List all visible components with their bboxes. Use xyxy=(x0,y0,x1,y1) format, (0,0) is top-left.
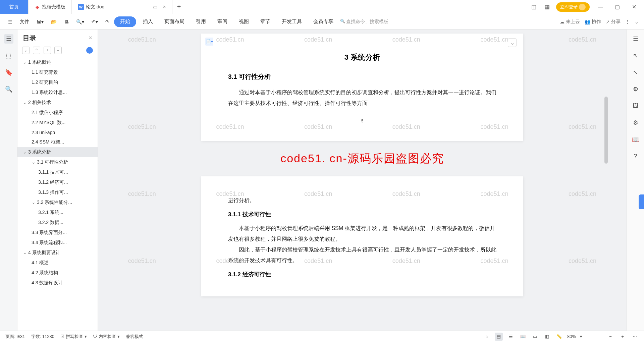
minimize-button[interactable]: — xyxy=(594,2,606,12)
print-icon[interactable]: 🖶 xyxy=(61,16,71,27)
outline-item[interactable]: 4.3 数据库设计 xyxy=(17,278,98,288)
outline-item[interactable]: 1.2 研究目的 xyxy=(17,77,98,88)
collapse-all-icon[interactable]: ⌄ xyxy=(22,47,30,54)
new-tab-button[interactable]: + xyxy=(172,3,186,11)
outline-item[interactable]: 3.4 系统流程和... xyxy=(17,238,98,248)
page-view-icon[interactable]: ▤ xyxy=(495,333,503,341)
coop-button[interactable]: 👥协作 xyxy=(585,19,601,25)
contentcheck-button[interactable]: 🛡内容检查▾ xyxy=(93,334,120,340)
add-icon[interactable]: + xyxy=(44,47,51,54)
outline-item[interactable]: 3.1.1 技术可... xyxy=(17,167,98,177)
help-icon[interactable]: ? xyxy=(631,152,640,161)
file-menu[interactable]: 文件 xyxy=(17,16,32,27)
login-button[interactable]: 立即登录 xyxy=(556,2,590,12)
outline-item[interactable]: 2.3 uni-app xyxy=(17,128,98,137)
open-icon[interactable]: 📂 xyxy=(48,16,59,27)
gear-icon[interactable]: ⚙ xyxy=(631,118,640,127)
outline-item[interactable]: 3.2.1 系统... xyxy=(17,208,98,218)
outline-item[interactable]: ⌄4 系统概要设计 xyxy=(17,248,98,258)
side-tab-handle[interactable] xyxy=(639,194,644,209)
focus-mode-icon[interactable]: ☼ xyxy=(483,333,491,341)
outline-item[interactable]: 4.1 概述 xyxy=(17,258,98,268)
zoom-level[interactable]: 80% xyxy=(567,334,576,339)
compat-mode[interactable]: 兼容模式 xyxy=(126,334,143,340)
collapse-ribbon-icon[interactable]: ⌄ xyxy=(635,19,639,24)
vertical-scrollbar[interactable] xyxy=(604,63,608,278)
tab-document[interactable]: W 论文.doc ▭ × xyxy=(72,0,172,14)
web-view-icon[interactable]: ▭ xyxy=(531,333,539,341)
word-count[interactable]: 字数: 11280 xyxy=(31,334,54,340)
undo-icon[interactable]: ↶▾ xyxy=(89,16,101,27)
outline-item[interactable]: ⌄3.1 可行性分析 xyxy=(17,157,98,167)
close-panel-icon[interactable]: × xyxy=(89,35,92,42)
page-indicator[interactable]: 页面: 9/31 xyxy=(5,334,25,340)
scrollbar-thumb[interactable] xyxy=(604,97,608,164)
read-view-icon[interactable]: 📖 xyxy=(519,333,527,341)
image-icon[interactable]: 🖼 xyxy=(631,101,640,111)
outline-item[interactable]: 3.3 系统界面分... xyxy=(17,228,98,238)
outline-item[interactable]: ⌄1 系统概述 xyxy=(17,57,98,67)
outline-item[interactable]: 2.4 SSM 框架... xyxy=(17,137,98,147)
menu-devtools[interactable]: 开发工具 xyxy=(277,16,307,27)
paragraph: 本基于小程序的驾校管理系统后端采用 SSM 框架进行开发，是一种成熟的框架，开发… xyxy=(228,223,496,244)
remove-icon[interactable]: − xyxy=(54,47,62,54)
tab-home[interactable]: 首页 xyxy=(0,0,29,14)
outline-item[interactable]: ⌄3.2 系统性能分... xyxy=(17,197,98,208)
zoom-in-icon[interactable]: + xyxy=(619,333,627,341)
cursor-icon[interactable]: ⤡ xyxy=(631,68,640,77)
search-icon[interactable]: 🔍 xyxy=(4,84,13,94)
outline-view-icon[interactable]: ☰ xyxy=(507,333,515,341)
outline-item[interactable]: 3.1.2 经济可... xyxy=(17,177,98,187)
menu-pagelayout[interactable]: 页面布局 xyxy=(160,16,189,27)
outline-item[interactable]: 2.1 微信小程序 xyxy=(17,108,98,118)
menu-reference[interactable]: 引用 xyxy=(191,16,211,27)
close-icon[interactable]: × xyxy=(163,4,166,10)
tab-template[interactable]: ◆ 找稻壳模板 xyxy=(29,0,72,14)
hamburger-icon[interactable]: ☰ xyxy=(631,34,640,44)
outline-item[interactable]: 3.2.2 数据... xyxy=(17,218,98,228)
maximize-button[interactable]: ▢ xyxy=(611,2,623,12)
menu-start[interactable]: 开始 xyxy=(114,16,136,27)
shape-icon[interactable]: ⬚ xyxy=(4,51,13,60)
close-button[interactable]: ✕ xyxy=(628,2,640,12)
settings-slider-icon[interactable]: ⚙ xyxy=(631,84,640,94)
outline-icon[interactable]: ☰ xyxy=(4,34,13,44)
outline-item[interactable]: 3.1.3 操作可... xyxy=(17,187,98,197)
page-menu-icon[interactable]: ⌄ xyxy=(508,38,517,47)
outline-item[interactable]: 1.3 系统设计思... xyxy=(17,88,98,98)
menu-toggle-icon[interactable]: ☰ xyxy=(5,16,15,27)
document-page: 进行分析。 3.1.1 技术可行性 本基于小程序的驾校管理系统后端采用 SSM … xyxy=(201,176,523,296)
save-icon[interactable]: 🖫▾ xyxy=(34,16,46,27)
preview-icon[interactable]: 🔍▾ xyxy=(73,16,87,27)
document-viewport[interactable]: code51.cncode51.cncode51.cncode51.cncode… xyxy=(98,30,627,331)
select-icon[interactable]: ↖ xyxy=(631,51,640,60)
menu-chapter[interactable]: 章节 xyxy=(256,16,275,27)
read-icon[interactable]: 📖 xyxy=(631,135,640,144)
bookmark-icon[interactable]: 🔖 xyxy=(4,68,13,77)
sync-badge-icon[interactable] xyxy=(86,47,93,54)
menu-view[interactable]: 视图 xyxy=(234,16,254,27)
outline-item[interactable]: 2.2 MYSQL 数... xyxy=(17,118,98,128)
menu-review[interactable]: 审阅 xyxy=(213,16,232,27)
command-search[interactable]: 查找命令、搜索模板 xyxy=(340,19,388,25)
redo-icon[interactable]: ↷ xyxy=(103,16,112,27)
outline-item[interactable]: 1.1 研究背景 xyxy=(17,67,98,77)
apps-icon[interactable]: ▦ xyxy=(543,3,551,11)
outline-item[interactable]: 4.2 系统结构 xyxy=(17,268,98,278)
expand-all-icon[interactable]: ⌃ xyxy=(33,47,40,54)
share-button[interactable]: ↗分享 xyxy=(606,19,621,25)
cloud-status[interactable]: ☁未上云 xyxy=(560,19,580,25)
markup-view-icon[interactable]: ◧ xyxy=(543,333,551,341)
zoom-out-icon[interactable]: − xyxy=(606,333,614,341)
window-mode-icon[interactable]: ▭ xyxy=(153,4,157,10)
more-icon[interactable]: ⋮ xyxy=(625,19,630,24)
spellcheck-button[interactable]: ☑拼写检查▾ xyxy=(60,334,87,340)
layout-icon[interactable]: ◫ xyxy=(529,3,538,11)
page-badge-icon[interactable]: 📄▾ xyxy=(205,38,213,46)
ruler-icon[interactable]: 📏 xyxy=(555,333,563,341)
menu-insert[interactable]: 插入 xyxy=(138,16,158,27)
more-status-icon[interactable]: ⋯ xyxy=(631,333,639,341)
outline-item[interactable]: ⌄2 相关技术 xyxy=(17,98,98,108)
outline-item[interactable]: ⌄3 系统分析 xyxy=(17,147,98,157)
menu-vip[interactable]: 会员专享 xyxy=(309,16,338,27)
